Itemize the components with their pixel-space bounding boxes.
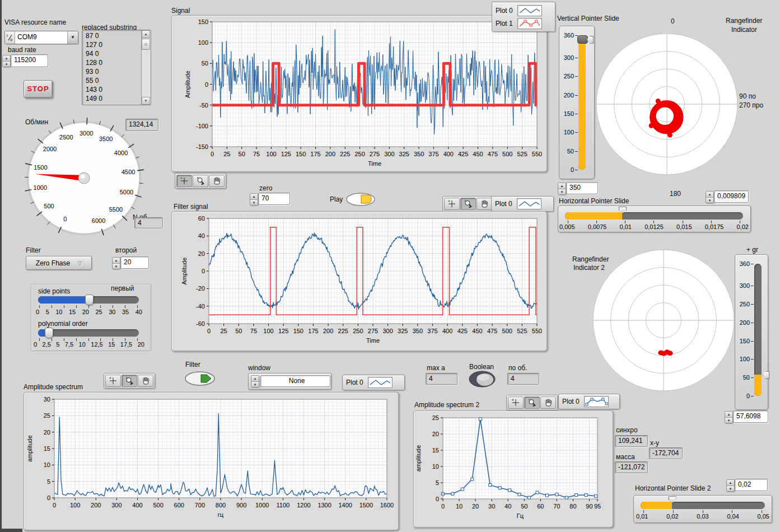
- chevron-down-icon[interactable]: ▼: [67, 31, 78, 44]
- pan-hand-tool-button[interactable]: [477, 198, 492, 210]
- boolean-toggle[interactable]: [468, 370, 496, 388]
- amplitude-spectrum2-graph-palette[interactable]: [506, 395, 558, 410]
- list-item[interactable]: 127 0: [86, 40, 141, 49]
- pan-hand-tool-button[interactable]: [540, 396, 556, 409]
- horizontal-pointer-slide-2[interactable]: 0,010,020,030,040,05: [633, 495, 772, 523]
- list-item[interactable]: 143 0: [86, 85, 141, 94]
- side-points-ticks: [39, 305, 138, 308]
- zero-stepper[interactable]: ▲▼: [250, 193, 258, 206]
- gr-value-field[interactable]: 57,6098: [733, 410, 768, 423]
- stop-button[interactable]: STOP: [24, 80, 53, 98]
- scroll-down-icon[interactable]: ▼: [142, 97, 150, 105]
- svg-text:50: 50: [521, 503, 527, 510]
- vps-value-field[interactable]: 350: [566, 182, 598, 194]
- tick-label: 0,03: [697, 513, 708, 520]
- baud-rate-stepper[interactable]: ▲▼: [2, 55, 11, 67]
- gauge-scale-label: 1500: [34, 164, 47, 171]
- window-edge-left: [0, 0, 2, 532]
- vtoroy-stepper[interactable]: ▲▼: [112, 257, 120, 269]
- baud-rate-field[interactable]: 115200: [11, 54, 48, 67]
- tick-label: 20: [82, 309, 89, 315]
- window-select[interactable]: ▲▼ None: [248, 373, 331, 390]
- spin-up-icon[interactable]: ▲: [3, 55, 10, 62]
- filter-select-dropdown[interactable]: Zero Fhase ▽: [26, 256, 92, 270]
- spin-down-icon[interactable]: ▼: [3, 62, 10, 67]
- tick-label: 20: [138, 341, 144, 348]
- list-item[interactable]: 55 0: [86, 76, 141, 85]
- hps2-value-field[interactable]: 0,02: [735, 479, 768, 491]
- svg-text:20: 20: [44, 429, 50, 436]
- svg-text:475: 475: [487, 328, 497, 334]
- tick-label: 150: [736, 338, 750, 344]
- list-item[interactable]: 87 0: [86, 31, 141, 40]
- vps-stepper[interactable]: ▲▼: [558, 183, 566, 195]
- svg-text:350: 350: [413, 328, 423, 334]
- zoom-tool-button[interactable]: [122, 375, 137, 387]
- amplitude-spectrum2-chart[interactable]: 0102030405060708090950510152025Гцamplitu…: [413, 410, 613, 528]
- filter-signal-graph-palette[interactable]: [442, 196, 494, 212]
- zero-field[interactable]: 70: [258, 193, 290, 205]
- amplitude-spectrum-chart[interactable]: 0100200300400500600700800900100011001200…: [24, 392, 399, 530]
- svg-text:-50: -50: [199, 102, 208, 109]
- filter-toggle[interactable]: [184, 371, 216, 386]
- hps-value-field[interactable]: 0,009809: [714, 190, 749, 203]
- tick: [751, 341, 754, 342]
- window-stepper[interactable]: ▲▼: [251, 375, 259, 388]
- zoom-tool-button[interactable]: [460, 198, 476, 210]
- list-item[interactable]: 149 0: [86, 94, 141, 103]
- play-toggle[interactable]: [345, 192, 376, 207]
- replaced-substring-listbox[interactable]: 87 0127 094 0128 093 055 0143 0149 0 ▲ ▼: [82, 30, 151, 105]
- hps2-stepper[interactable]: ▲▼: [726, 479, 735, 492]
- hps-stepper[interactable]: ▲▼: [706, 191, 714, 203]
- pan-hand-tool-button[interactable]: [209, 175, 225, 187]
- zoom-tool-button[interactable]: [524, 396, 540, 409]
- signal-graph-palette[interactable]: [175, 173, 226, 189]
- tick-label: 0,005: [559, 223, 575, 230]
- labview-front-panel: VISA resource name Io COM9 ▼ baud rate ▲…: [0, 0, 780, 532]
- slider-pointer[interactable]: [763, 371, 769, 379]
- gr-slide[interactable]: 360300250200150100500: [735, 254, 768, 410]
- svg-text:0: 0: [202, 268, 205, 274]
- legend-plot0-label: Plot 0: [562, 398, 580, 405]
- signal-chart[interactable]: 0255075100125150175200225250275300325350…: [171, 15, 547, 172]
- horizontal-pointer-slide[interactable]: 0,0050,00750,010,01250,0150,01750,02: [558, 206, 751, 232]
- signal-legend[interactable]: Plot 0 Plot 1: [492, 2, 555, 32]
- side-points-thumb[interactable]: [85, 295, 94, 305]
- tick-label: 17,5: [120, 341, 132, 348]
- svg-text:500: 500: [153, 502, 163, 508]
- visa-resource-combo[interactable]: Io COM9 ▼: [4, 31, 78, 44]
- amplitude-spectrum2-legend[interactable]: Plot 0: [558, 394, 620, 409]
- amplitude-spectrum-graph-palette[interactable]: [104, 373, 155, 389]
- cursor-tool-button[interactable]: [444, 198, 460, 210]
- list-items[interactable]: 87 0127 094 0128 093 055 0143 0149 0: [82, 30, 141, 105]
- amplitude-spectrum-legend[interactable]: Plot 0: [342, 375, 405, 390]
- slider-fill: [754, 375, 762, 396]
- vtoroy-field[interactable]: 20: [120, 256, 149, 269]
- plot0-line-sample-icon: [584, 396, 609, 407]
- vertical-pointer-slide[interactable]: 360300250200150100500: [559, 26, 595, 179]
- list-item[interactable]: 94 0: [86, 49, 141, 58]
- scrollbar[interactable]: ▲ ▼: [141, 30, 151, 105]
- pan-hand-tool-button[interactable]: [138, 375, 153, 387]
- zoom-tool-button[interactable]: [193, 175, 208, 187]
- scroll-thumb[interactable]: [142, 39, 150, 50]
- svg-text:5: 5: [436, 479, 439, 486]
- svg-text:-150: -150: [196, 143, 208, 150]
- tick-label: 0,01: [636, 513, 648, 520]
- polynomial-order-thumb[interactable]: [45, 328, 53, 338]
- list-item[interactable]: 93 0: [86, 67, 141, 76]
- gr-stepper[interactable]: ▲▼: [725, 411, 733, 423]
- polynomial-order-slider[interactable]: [38, 329, 139, 337]
- svg-text:275: 275: [370, 151, 380, 157]
- svg-text:0: 0: [205, 81, 208, 88]
- svg-text:0: 0: [207, 328, 211, 334]
- scroll-up-icon[interactable]: ▲: [142, 30, 150, 38]
- cursor-tool-button[interactable]: [176, 175, 192, 187]
- cursor-tool-button[interactable]: [105, 375, 121, 387]
- filter-signal-legend[interactable]: Plot 0: [491, 196, 554, 212]
- slider-thumb[interactable]: [577, 35, 588, 44]
- cursor-tool-button[interactable]: [508, 396, 524, 409]
- svg-text:1500: 1500: [359, 502, 373, 508]
- list-item[interactable]: 128 0: [86, 58, 141, 67]
- filter-signal-chart[interactable]: 0255075100125150175200225250275300325350…: [171, 211, 547, 351]
